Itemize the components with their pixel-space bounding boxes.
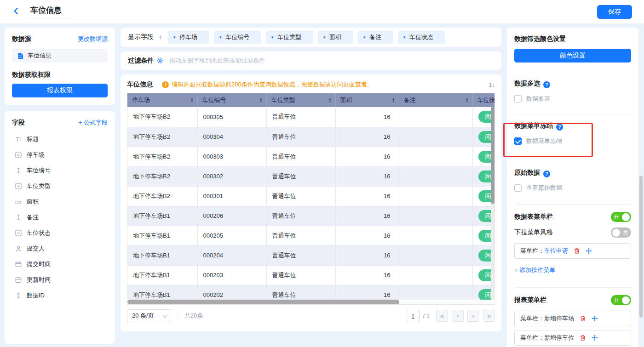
data-table: 停车场▲▼车位编号▲▼车位类型▲▼面积▲▼备注▲▼车位状态▲▼ 地下停车场B20… xyxy=(127,93,495,305)
sort-arrows-icon[interactable]: ▲▼ xyxy=(259,97,262,103)
field-item[interactable]: 提交人 xyxy=(12,241,108,256)
first-page-button[interactable]: « xyxy=(436,310,448,322)
table-vertical-scrollbar[interactable] xyxy=(491,107,494,300)
column-header[interactable]: 备注▲▼ xyxy=(399,93,472,107)
table-cell xyxy=(399,147,472,166)
display-field-chip[interactable]: ▼车位类型 xyxy=(266,31,313,44)
move-icon[interactable] xyxy=(586,248,592,254)
page-scrollbar-thumb[interactable] xyxy=(639,176,643,318)
field-label: 车位类型 xyxy=(27,182,51,190)
back-button[interactable] xyxy=(12,7,21,17)
help-icon[interactable]: ? xyxy=(543,171,550,177)
field-item[interactable]: 车位状态 xyxy=(12,225,108,241)
multi-select-checkbox[interactable] xyxy=(514,95,522,102)
display-field-chip[interactable]: ▼车位编号 xyxy=(214,31,261,44)
next-page-button[interactable]: › xyxy=(467,310,479,322)
column-header[interactable]: 车位类型▲▼ xyxy=(266,93,335,107)
table-menu-toggle[interactable]: 开 xyxy=(611,212,631,222)
field-item[interactable]: 停车场 xyxy=(12,147,108,163)
report-menu-toggle[interactable]: 开 xyxy=(611,295,631,305)
trash-icon[interactable] xyxy=(580,315,586,322)
field-item[interactable]: 标题 xyxy=(12,131,108,147)
display-field-chip[interactable]: ▼停车场 xyxy=(168,31,209,44)
field-label: 更新时间 xyxy=(27,276,51,284)
table-row[interactable]: 地下停车场B2000303普通车位16闲置 xyxy=(127,147,495,166)
permission-heading: 数据获取权限 xyxy=(12,71,108,79)
toggle-label: 关 xyxy=(621,229,630,237)
dropdown-style-toggle[interactable]: 关 xyxy=(611,228,631,238)
column-header[interactable]: 车位编号▲▼ xyxy=(197,93,266,107)
table-row[interactable]: 地下停车场B2000305普通车位16闲置 xyxy=(127,107,495,127)
field-item[interactable]: 提交时间 xyxy=(12,256,108,272)
help-icon[interactable]: ? xyxy=(543,81,550,88)
table-cell: 16 xyxy=(335,147,399,166)
move-icon[interactable] xyxy=(592,335,598,341)
table-horizontal-scrollbar[interactable] xyxy=(127,300,494,304)
column-header[interactable]: 车位状态▲▼ xyxy=(472,93,495,107)
table-row[interactable]: 地下停车场B2000302普通车位16闲置 xyxy=(127,166,495,186)
add-action-menu-link[interactable]: + 添加操作菜单 xyxy=(514,266,555,274)
gear-icon[interactable] xyxy=(157,57,163,64)
field-item[interactable]: 车位编号 xyxy=(12,163,108,178)
menu-freeze-checkbox[interactable] xyxy=(514,137,522,145)
menu-bar-item[interactable]: 菜单栏：车位申请 xyxy=(514,243,631,259)
table-row[interactable]: 地下停车场B2000301普通车位16闲置 xyxy=(127,186,495,206)
raw-data-checkbox[interactable] xyxy=(514,184,522,192)
field-item[interactable]: 备注 xyxy=(12,210,108,225)
table-horizontal-scrollbar-thumb[interactable] xyxy=(127,300,399,304)
dropdown-style-label: 下拉菜单风格 xyxy=(514,228,553,237)
table-row[interactable]: 地下停车场B1000206普通车位16闲置 xyxy=(127,206,495,226)
select-icon xyxy=(15,152,22,158)
datasource-item-label: 车位信息 xyxy=(28,51,52,60)
sort-order-icon[interactable]: 1↓ xyxy=(489,81,495,88)
display-field-chip[interactable]: ▼面积 xyxy=(318,31,353,44)
text-icon xyxy=(15,167,22,174)
table-row[interactable]: 地下停车场B1000203普通车位16闲置 xyxy=(127,265,495,285)
trash-icon[interactable] xyxy=(574,248,580,254)
color-setting-button[interactable]: 颜色设置 xyxy=(514,49,631,63)
chevron-down-icon xyxy=(163,313,167,318)
prev-page-button[interactable]: ‹ xyxy=(452,310,464,322)
add-formula-field-link[interactable]: + 公式字段 xyxy=(79,119,108,127)
menu-bar-item[interactable]: 菜单栏：新增停车位 xyxy=(514,330,631,346)
table-row[interactable]: 地下停车场B1000205普通车位16闲置 xyxy=(127,226,495,245)
page-title[interactable]: 车位信息 xyxy=(30,5,72,18)
table-cell: 普通车位 xyxy=(266,147,335,166)
last-page-button[interactable]: » xyxy=(483,310,495,322)
field-item[interactable]: 数据ID xyxy=(12,288,108,303)
field-item[interactable]: 更新时间 xyxy=(12,272,108,288)
sort-arrows-icon[interactable]: ▲▼ xyxy=(328,97,331,103)
column-header[interactable]: 停车场▲▼ xyxy=(127,93,197,107)
table-row[interactable]: 地下停车场B2000304普通车位16闲置 xyxy=(127,127,495,147)
display-field-chip[interactable]: ▼备注 xyxy=(358,31,393,44)
sort-arrows-icon[interactable]: ▲▼ xyxy=(190,97,193,103)
datasource-card: 数据源 更改数据源 车位信息 数据获取权限 报表权限 xyxy=(5,28,115,105)
table-cell: 普通车位 xyxy=(266,265,335,285)
report-permission-button[interactable]: 报表权限 xyxy=(12,84,108,97)
table-vertical-scrollbar-thumb[interactable] xyxy=(491,107,494,204)
sort-arrows-icon[interactable]: ▲▼ xyxy=(466,97,468,103)
page-number-input[interactable]: 1 xyxy=(407,310,420,322)
move-icon[interactable] xyxy=(592,315,598,322)
table-cell: 地下停车场B1 xyxy=(127,265,197,285)
menu-bar-item[interactable]: 菜单栏：新增停车场 xyxy=(514,311,631,326)
display-field-chip[interactable]: ▼车位状态 xyxy=(398,31,445,44)
table-cell: 地下停车场B1 xyxy=(127,206,197,226)
report-menu-section: 报表菜单栏 开 菜单栏：新增停车场菜单栏：新增停车位 xyxy=(514,287,631,347)
chevron-down-icon: ▼ xyxy=(322,35,326,40)
table-row[interactable]: 地下停车场B1000204普通车位16闲置 xyxy=(127,245,495,265)
add-display-field-button[interactable]: + xyxy=(158,33,162,41)
toggle-label: 开 xyxy=(612,296,621,304)
filter-dropzone-placeholder[interactable]: 拖动左侧字段到此处来添加过滤条件 xyxy=(169,57,265,65)
sort-arrows-icon[interactable]: ▲▼ xyxy=(392,97,395,103)
column-header[interactable]: 面积▲▼ xyxy=(335,93,399,107)
field-item[interactable]: 123面积 xyxy=(12,194,108,210)
field-item[interactable]: 车位类型 xyxy=(12,178,108,194)
datasource-item[interactable]: 车位信息 xyxy=(12,49,108,63)
help-icon[interactable]: ? xyxy=(556,124,563,131)
page-size-select[interactable]: 20 条/页 xyxy=(127,309,171,322)
change-datasource-link[interactable]: 更改数据源 xyxy=(78,35,108,43)
trash-icon[interactable] xyxy=(580,335,586,341)
menu-item-name: 车位申请 xyxy=(544,247,568,255)
save-button[interactable]: 保存 xyxy=(597,5,632,19)
